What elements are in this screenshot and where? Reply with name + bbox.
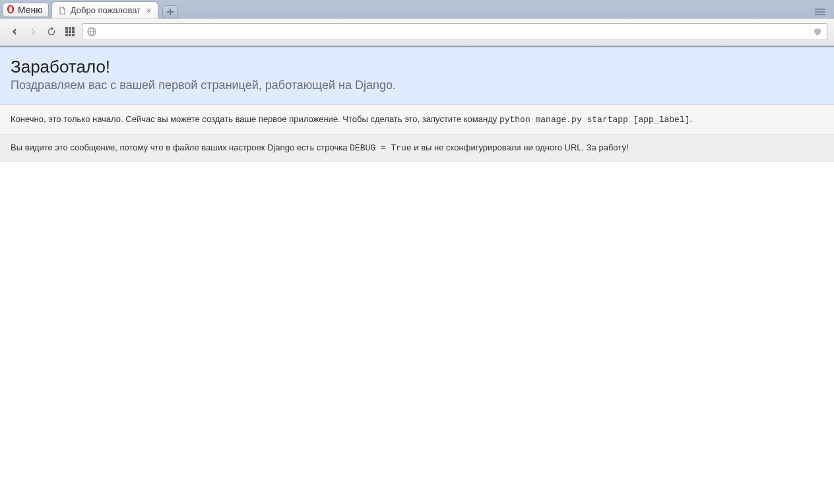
close-tab-icon[interactable]: × [144,6,152,15]
menu-button[interactable]: Меню [3,3,49,17]
explanation-debug-code: DEBUG = True [350,143,412,153]
explanation-text-pre: Вы видите это сообщение, потому что в фа… [11,142,350,152]
site-info-icon[interactable] [86,26,97,37]
tab-title: Добро пожаловат [71,5,141,15]
svg-rect-4 [815,14,825,15]
summary-banner: Заработало! Поздравляем вас с вашей перв… [0,47,834,105]
svg-rect-3 [815,11,825,13]
new-tab-button[interactable] [162,5,178,18]
page-viewport: Заработало! Поздравляем вас с вашей перв… [0,47,834,504]
menu-label: Меню [18,5,43,15]
explanation-text-post: и вы не сконфигурировали ни одного URL. … [412,142,629,152]
address-bar[interactable] [82,23,827,40]
browser-chrome: Меню Добро пожаловат × [0,0,834,47]
instructions-command-code: python manage.py startapp [app_label] [499,115,690,125]
page-title: Заработало! [11,57,823,77]
instructions-block: Конечно, это только начало. Сейчас вы мо… [0,105,834,135]
instructions-text-post: . [690,114,693,124]
explanation-block: Вы видите это сообщение, потому что в фа… [0,135,834,162]
url-input[interactable] [97,27,810,37]
page-icon [57,6,67,15]
page-subtitle: Поздравляем вас с вашей первой страницей… [11,79,823,92]
speed-dial-button[interactable] [63,25,77,38]
browser-tab-active[interactable]: Добро пожаловат × [51,1,159,18]
forward-button[interactable] [26,25,40,38]
bookmark-heart-button[interactable] [810,24,824,39]
back-button[interactable] [8,25,21,38]
instructions-text-pre: Конечно, это только начало. Сейчас вы мо… [11,114,499,124]
reload-button[interactable] [45,25,58,38]
nav-toolbar [0,18,834,46]
panel-toggle-button[interactable] [813,7,827,18]
svg-point-1 [9,6,13,12]
opera-icon [6,5,15,16]
svg-rect-2 [815,9,825,10]
tab-bar: Меню Добро пожаловат × [0,0,834,18]
